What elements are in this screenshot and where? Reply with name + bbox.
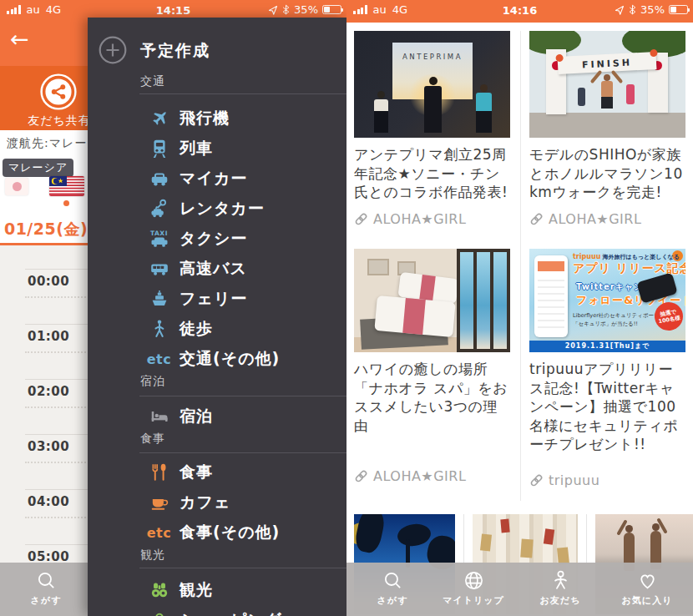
menu-item-label: 食事: [180, 462, 213, 483]
walk-icon: [148, 318, 170, 341]
article-card-anteprima[interactable]: ANTEPRIMA アンテプリマ創立25周年記念★ソニー・チン氏とのコラボ作品発…: [354, 31, 510, 202]
malaysia-flag-icon[interactable]: [49, 176, 84, 196]
divider: [139, 93, 346, 94]
destination-label: 渡航先:マレーシ: [7, 136, 100, 151]
japan-flag-icon[interactable]: [5, 178, 28, 195]
menu-item-sightseeing[interactable]: 観光: [88, 575, 346, 605]
banner-prize-line2: 「セキュリポ」が当たる!!: [573, 321, 638, 327]
heart-icon: [636, 569, 659, 592]
bed-icon: [148, 406, 170, 428]
right-tab-bar: さがす マイトリップ お友だち お気に入り: [346, 563, 693, 616]
article-title: tripuuuアプリリリース記念!【Twitterキャンペーン】抽選で100名様…: [529, 360, 685, 454]
article-card-tripuuu-campaign[interactable]: tripuuu 海外旅行はもっと楽しくなる アプリ リリース記念 Twitter…: [529, 249, 685, 454]
link-icon: [354, 212, 368, 226]
stage-screen-text: ANTEPRIMA: [392, 53, 473, 61]
friends-icon: [549, 569, 572, 592]
left-phone-screen: au 4G 14:15 35% ← 友だち共有 渡航先:マレーシ: [0, 0, 346, 616]
article-source-row[interactable]: ALOHA★GIRL: [354, 468, 466, 484]
menu-item-shopping[interactable]: ショッピング: [88, 605, 346, 616]
tab-friends-label: お友だち: [520, 594, 600, 607]
panel-title: 予定作成: [140, 40, 210, 62]
article-image-stage-event: ANTEPRIMA: [354, 31, 510, 138]
menu-item-ferry[interactable]: フェリー: [88, 284, 346, 314]
battery-percent-label: 35%: [640, 3, 665, 16]
menu-item-lodging[interactable]: 宿泊: [88, 401, 346, 432]
article-source-label: ALOHA★GIRL: [549, 211, 641, 227]
article-title: アンテプリマ創立25周年記念★ソニー・チン氏とのコラボ作品発表!: [354, 145, 510, 202]
tab-friends[interactable]: お友だち: [520, 569, 600, 607]
banner-brand: tripuuu: [573, 253, 600, 260]
hour-label: 00:00: [28, 274, 69, 289]
divider: [139, 452, 346, 453]
article-card-spa[interactable]: ハワイの癒しの場所「ナホオラ スパ」をおススメしたい3つの理由: [354, 249, 510, 435]
menu-item-train[interactable]: 列車: [88, 134, 346, 164]
binoculars-icon: [148, 579, 170, 602]
battery-percent-label: 35%: [294, 3, 318, 16]
article-image-marathon-finish: FINISH: [529, 31, 685, 138]
menu-item-meal[interactable]: 食事: [88, 457, 346, 487]
date-tab-active[interactable]: 01/25(金): [0, 215, 92, 243]
etc-icon: etc: [148, 348, 170, 371]
menu-item-airplane[interactable]: 飛行機: [88, 104, 346, 134]
menu-item-own-car[interactable]: マイカー: [88, 164, 346, 194]
banner-phone-mockup: [534, 255, 568, 337]
section-label-lodging: 宿泊: [140, 374, 165, 389]
share-friends-button[interactable]: [40, 73, 77, 110]
section-label-transport: 交通: [140, 74, 165, 89]
article-source-row[interactable]: ALOHA★GIRL: [529, 211, 641, 227]
tab-favorites[interactable]: お気に入り: [607, 569, 687, 607]
menu-item-highway-bus[interactable]: 高速バス: [88, 254, 346, 284]
location-arrow-icon: [615, 5, 625, 15]
menu-item-rental-car[interactable]: レンタカー: [88, 194, 346, 224]
menu-item-label: 宿泊: [180, 406, 213, 427]
menu-item-transport-other[interactable]: etc 交通(その他): [88, 344, 346, 374]
car-icon: [148, 168, 170, 190]
article-card-marathon[interactable]: FINISH モデルのSHIHOが家族とホノルルマラソン10kmウォークを完走!: [529, 31, 685, 202]
article-title: モデルのSHIHOが家族とホノルルマラソン10kmウォークを完走!: [529, 145, 685, 202]
create-schedule-panel: 予定作成 交通 飛行機 列車 マイカー レンタカー: [88, 18, 346, 616]
tab-search-label: さがす: [6, 594, 86, 607]
add-schedule-button[interactable]: [99, 36, 127, 64]
menu-item-label: 食事(その他): [180, 522, 280, 543]
article-source-row[interactable]: ALOHA★GIRL: [354, 211, 466, 227]
tab-search[interactable]: さがす: [352, 569, 432, 607]
menu-item-label: カフェ: [180, 492, 230, 513]
right-status-bar: au 4G 14:16 35%: [346, 0, 693, 23]
rental-car-icon: [148, 198, 170, 220]
article-source-label: tripuuu: [549, 472, 599, 488]
location-arrow-icon: [268, 5, 278, 15]
feed-column-divider: [520, 31, 521, 501]
menu-item-meal-other[interactable]: etc 食事(その他): [88, 518, 346, 548]
menu-item-taxi[interactable]: TAXI タクシー: [88, 224, 346, 254]
bluetooth-icon: [282, 4, 290, 15]
menu-item-label: レンタカー: [180, 198, 265, 220]
cafe-icon: [148, 492, 170, 514]
meal-icon: [148, 462, 170, 484]
back-button[interactable]: ←: [10, 28, 29, 50]
search-icon: [35, 569, 58, 592]
article-image-campaign-banner: tripuuu 海外旅行はもっと楽しくなる アプリ リリース記念 Twitter…: [529, 249, 685, 352]
taxi-icon: TAXI: [148, 228, 170, 250]
menu-item-label: 飛行機: [180, 108, 230, 129]
tab-my-trip[interactable]: マイトリップ: [433, 569, 513, 607]
banner-prize-line1: Liberflyer社のセキュリティポーチ: [573, 312, 660, 319]
menu-item-label: 列車: [180, 138, 213, 159]
tab-search[interactable]: さがす: [6, 569, 86, 607]
globe-icon: [463, 569, 485, 592]
article-image-spa-room: [354, 249, 510, 352]
menu-item-walk[interactable]: 徒歩: [88, 314, 346, 344]
link-icon: [529, 212, 544, 226]
airplane-icon: [148, 108, 170, 130]
menu-item-label: マイカー: [180, 168, 247, 189]
bluetooth-icon: [629, 4, 636, 15]
plus-icon: [99, 36, 127, 64]
bus-icon: [148, 258, 170, 280]
selected-country-dot: [63, 200, 69, 206]
article-source-row[interactable]: tripuuu: [529, 472, 599, 488]
screenshot-stage: au 4G 14:15 35% ← 友だち共有 渡航先:マレーシ: [0, 0, 693, 616]
menu-item-cafe[interactable]: カフェ: [88, 487, 346, 518]
article-source-label: ALOHA★GIRL: [373, 211, 466, 227]
tab-favorites-label: お気に入り: [607, 594, 687, 607]
hour-label: 02:00: [28, 384, 69, 399]
taxi-icon-text: TAXI: [150, 230, 168, 237]
